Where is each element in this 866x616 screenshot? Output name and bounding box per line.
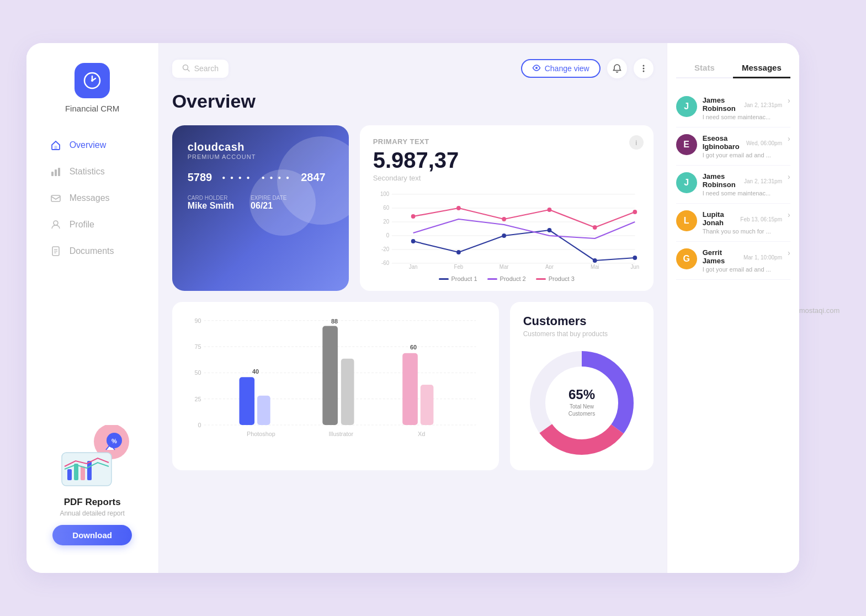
svg-point-50 (547, 228, 551, 232)
message-body: James Robinson Jan 2, 12:31pm I need som… (703, 96, 782, 120)
sidebar-item-documents[interactable]: Documents (42, 239, 143, 263)
svg-line-24 (187, 69, 189, 71)
tab-stats[interactable]: Stats (676, 59, 734, 78)
search-box[interactable]: Search (172, 60, 229, 78)
svg-point-28 (642, 71, 644, 72)
panel-tabs: Stats Messages (676, 59, 790, 78)
legend-label-product1: Product 1 (451, 275, 477, 282)
svg-text:60: 60 (383, 205, 389, 211)
legend-label-product3: Product 3 (549, 275, 575, 282)
user-icon (50, 219, 62, 231)
msg-preview: I need some maintenac... (703, 190, 782, 197)
svg-rect-18 (74, 464, 78, 480)
svg-point-26 (642, 65, 644, 67)
avatar: J (676, 96, 697, 117)
svg-rect-19 (81, 466, 85, 480)
primary-label: PRIMARY TEXT (373, 137, 640, 146)
chevron-right-icon: › (788, 248, 790, 257)
msg-date: Mar 1, 10:00pm (743, 254, 782, 261)
info-icon-button[interactable]: i (629, 135, 644, 150)
svg-point-49 (502, 233, 506, 238)
sidebar-label-messages: Messages (70, 193, 110, 203)
svg-text:75: 75 (194, 343, 201, 350)
card-expire-label: Expire date (251, 195, 286, 201)
chevron-right-icon: › (788, 172, 790, 181)
sidebar: Financial CRM Overview Statistics Messag… (26, 43, 159, 573)
pdf-illustration: % (51, 425, 139, 491)
svg-point-84 (549, 370, 615, 436)
primary-value: 5.987,37 (373, 148, 640, 173)
tab-messages[interactable]: Messages (733, 59, 790, 78)
right-panel: Stats Messages J James Robinson Jan 2, 1… (667, 43, 799, 573)
svg-point-25 (535, 67, 538, 69)
msg-preview: I got your email ad and ... (703, 152, 782, 158)
document-icon (50, 245, 62, 257)
legend-label-product2: Product 2 (500, 275, 526, 282)
msg-name: Eseosa Igbinobaro (703, 134, 746, 151)
msg-name: Lupita Jonah (703, 210, 741, 227)
pdf-subtitle: Annual detailed report (51, 509, 134, 517)
bottom-row: 90 75 50 25 0 40 Photoshop 88 Illustrato… (172, 302, 654, 470)
message-body: Gerrit James Mar 1, 10:00pm I got your e… (703, 248, 782, 273)
eye-icon (532, 64, 541, 73)
message-body: Eseosa Igbinobaro Wed, 06:00pm I got you… (703, 134, 782, 158)
message-item[interactable]: J James Robinson Jan 2, 12:31pm I need s… (676, 89, 790, 128)
svg-text:50: 50 (194, 369, 201, 376)
msg-name: Gerrit James (703, 248, 743, 265)
svg-text:0: 0 (386, 232, 389, 238)
envelope-icon (50, 192, 62, 204)
svg-point-56 (547, 208, 551, 212)
customers-title: Customers (523, 314, 640, 328)
secondary-text: Secondary text (373, 174, 640, 182)
svg-text:-20: -20 (381, 246, 389, 252)
svg-point-48 (456, 250, 461, 254)
card-blob-2 (249, 169, 316, 236)
svg-point-54 (456, 206, 461, 210)
customers-subtitle: Customers that buy products (523, 330, 640, 338)
search-placeholder: Search (194, 64, 219, 73)
watermark: mostaqi.com (799, 305, 840, 315)
sidebar-item-overview[interactable]: Overview (42, 133, 143, 157)
svg-rect-70 (239, 377, 254, 425)
home-icon (50, 139, 62, 151)
message-item[interactable]: E Eseosa Igbinobaro Wed, 06:00pm I got y… (676, 128, 790, 166)
logo-icon (75, 63, 110, 98)
msg-header: Eseosa Igbinobaro Wed, 06:00pm (703, 134, 782, 152)
svg-rect-20 (87, 461, 92, 480)
sidebar-item-messages[interactable]: Messages (42, 186, 143, 210)
svg-point-27 (642, 68, 644, 70)
donut-chart-svg: 65% Total New Customers (527, 348, 637, 458)
page-title: Overview (172, 91, 654, 112)
msg-preview: I got your email ad and ... (703, 266, 782, 273)
download-button[interactable]: Download (52, 525, 132, 545)
notification-bell-button[interactable] (607, 59, 627, 78)
message-list: J James Robinson Jan 2, 12:31pm I need s… (676, 89, 790, 280)
svg-rect-75 (341, 359, 354, 425)
svg-text:88: 88 (331, 318, 338, 325)
msg-name: James Robinson (703, 96, 744, 113)
msg-name: James Robinson (703, 172, 744, 189)
svg-rect-78 (402, 353, 418, 425)
sidebar-item-statistics[interactable]: Statistics (42, 160, 143, 184)
sidebar-item-profile[interactable]: Profile (42, 213, 143, 237)
legend-dot-product2 (487, 278, 497, 280)
chevron-right-icon: › (788, 210, 790, 219)
svg-rect-17 (67, 469, 72, 480)
message-item[interactable]: J James Robinson Jan 2, 12:31pm I need s… (676, 166, 790, 204)
msg-date: Feb 13, 06:15pm (740, 216, 782, 222)
avatar: L (676, 210, 697, 231)
message-item[interactable]: L Lupita Jonah Feb 13, 06:15pm Thank you… (676, 204, 790, 242)
svg-point-53 (411, 214, 415, 219)
legend-dot-product3 (536, 278, 546, 280)
message-item[interactable]: G Gerrit James Mar 1, 10:00pm I got your… (676, 242, 790, 280)
change-view-button[interactable]: Change view (521, 59, 601, 78)
svg-point-51 (592, 258, 597, 263)
card-type: PREMIUM ACCOUNT (188, 153, 333, 160)
msg-preview: Thank you so much for ... (703, 228, 782, 235)
svg-point-9 (54, 221, 58, 225)
more-options-button[interactable] (634, 59, 654, 78)
sidebar-label-documents: Documents (70, 246, 114, 256)
logo-wrap: Financial CRM (42, 63, 143, 113)
line-chart-svg: 100 60 20 0 -20 -60 Jan Feb Mar Apr Mai … (373, 189, 640, 269)
svg-text:Customers: Customers (568, 411, 594, 417)
